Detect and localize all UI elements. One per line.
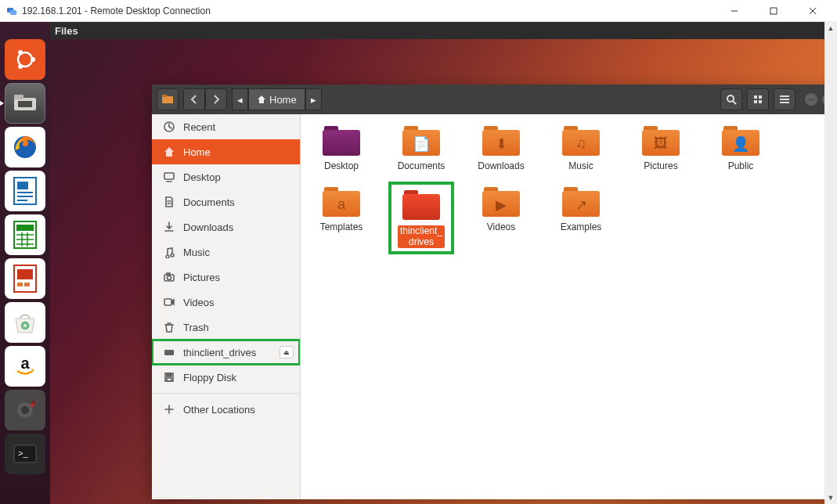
- grid-item-documents[interactable]: 📄Documents: [391, 124, 451, 172]
- grid-item-label: Public: [728, 161, 754, 172]
- grid-item-videos[interactable]: ▶Videos: [471, 185, 531, 252]
- svg-rect-61: [164, 299, 171, 305]
- app-menu-label[interactable]: Files: [55, 25, 78, 37]
- launcher-software[interactable]: [5, 302, 45, 343]
- sidebar-item-downloads[interactable]: Downloads: [152, 214, 300, 239]
- sidebar-item-label: Home: [183, 146, 211, 158]
- sidebar-separator: [152, 393, 300, 394]
- home-icon: [163, 146, 175, 158]
- window-minimize-button[interactable]: —: [805, 93, 817, 106]
- files-window: ◂ Home ▸ — □ ✕ RecentHomeDe: [152, 85, 824, 499]
- nav-forward-button[interactable]: [205, 88, 227, 110]
- grid-item-downloads[interactable]: ⬇Downloads: [471, 124, 531, 172]
- svg-rect-27: [17, 269, 33, 279]
- grid-item-label: Desktop: [324, 161, 359, 172]
- folder-icon: ↗: [560, 185, 602, 219]
- launcher-files[interactable]: [5, 83, 45, 124]
- svg-rect-53: [164, 173, 174, 179]
- svg-point-65: [171, 353, 173, 355]
- grid-item-label: Pictures: [644, 161, 677, 172]
- svg-rect-45: [754, 95, 757, 99]
- folder-icon: [320, 124, 363, 158]
- path-next-button[interactable]: ▸: [305, 88, 322, 110]
- sidebar-item-label: Downloads: [183, 221, 233, 233]
- rdp-maximize-button[interactable]: [762, 3, 785, 19]
- grid-item-templates[interactable]: aTemplates: [312, 185, 371, 252]
- svg-point-37: [21, 406, 29, 414]
- grid-item-pictures[interactable]: 🖼Pictures: [631, 124, 691, 172]
- launcher-writer[interactable]: [5, 171, 45, 211]
- doc-icon: [163, 196, 175, 208]
- svg-rect-12: [18, 101, 32, 107]
- rdp-title-text: 192.168.1.201 - Remote Desktop Connectio…: [22, 5, 211, 16]
- svg-rect-42: [162, 95, 167, 97]
- grid-item-public[interactable]: 👤Public: [711, 124, 770, 172]
- launcher-settings[interactable]: [5, 390, 45, 430]
- filemanager-icon[interactable]: [157, 88, 179, 110]
- folder-icon: [400, 188, 442, 222]
- launcher-impress[interactable]: [5, 258, 45, 299]
- launcher-ubuntu-dash[interactable]: [5, 39, 45, 80]
- folder-icon: a: [320, 185, 363, 219]
- grid-item-music[interactable]: ♫Music: [551, 124, 611, 172]
- sidebar-item-recent[interactable]: Recent: [152, 114, 300, 139]
- svg-point-43: [727, 95, 734, 102]
- folder-icon: 🖼: [640, 124, 682, 158]
- svg-text:>_: >_: [18, 448, 28, 458]
- launcher-firefox[interactable]: [5, 127, 45, 167]
- ubuntu-desktop[interactable]: Files ◂ Home ▸: [50, 22, 824, 504]
- plus-icon: [163, 403, 175, 416]
- folder-icon: 📄: [400, 124, 442, 158]
- sidebar-item-label: Music: [183, 247, 210, 258]
- folder-icon: ▶: [480, 185, 522, 219]
- window-controls: — □ ✕: [805, 93, 824, 106]
- sidebar-item-label: Other Locations: [183, 404, 255, 416]
- scroll-track[interactable]: [824, 34, 837, 491]
- eject-button[interactable]: ⏏: [280, 346, 294, 358]
- view-grid-button[interactable]: [747, 88, 769, 110]
- folder-icon: ♫: [560, 124, 602, 158]
- scroll-up-button[interactable]: ▲: [824, 22, 837, 34]
- sidebar-item-label: Documents: [183, 196, 235, 208]
- window-maximize-button[interactable]: □: [822, 93, 824, 106]
- host-scrollbar[interactable]: ▲ ▼: [824, 22, 837, 504]
- svg-rect-38: [31, 400, 35, 404]
- camera-icon: [163, 271, 175, 283]
- sidebar-item-other-locations[interactable]: Other Locations: [152, 397, 300, 422]
- rdp-titlebar: 192.168.1.201 - Remote Desktop Connectio…: [0, 0, 837, 22]
- grid-item-desktop[interactable]: Desktop: [312, 124, 371, 172]
- grid-item-label: Music: [568, 161, 593, 172]
- path-home-button[interactable]: Home: [248, 88, 305, 110]
- sidebar-item-trash[interactable]: Trash: [152, 315, 300, 340]
- sidebar-item-home[interactable]: Home: [152, 139, 300, 164]
- nav-group: [183, 88, 227, 110]
- launcher-calc[interactable]: [5, 214, 45, 255]
- sidebar-item-desktop[interactable]: Desktop: [152, 164, 300, 189]
- search-button[interactable]: [720, 88, 742, 110]
- svg-rect-1: [10, 10, 16, 15]
- hamburger-menu-button[interactable]: [774, 88, 796, 110]
- grid-item-thinclient-drives[interactable]: thinclient_drives: [391, 185, 451, 252]
- content-grid[interactable]: Desktop📄Documents⬇Downloads♫Music🖼Pictur…: [301, 114, 824, 499]
- sidebar-item-pictures[interactable]: Pictures: [152, 265, 300, 290]
- path-prev-button[interactable]: ◂: [232, 88, 248, 110]
- nav-back-button[interactable]: [183, 88, 205, 110]
- launcher-terminal[interactable]: >_: [5, 434, 45, 474]
- sidebar-item-documents[interactable]: Documents: [152, 189, 300, 214]
- unity-launcher: a >_: [0, 22, 50, 504]
- rdp-close-button[interactable]: [801, 3, 824, 19]
- floppy-icon: [163, 371, 175, 383]
- scroll-down-button[interactable]: ▼: [824, 491, 837, 504]
- rdp-minimize-button[interactable]: [723, 3, 746, 19]
- svg-point-9: [18, 64, 23, 69]
- sidebar-item-thinclient-drives[interactable]: thinclient_drives⏏: [152, 340, 300, 365]
- drive-icon: [163, 346, 175, 358]
- sidebar-item-floppy-disk[interactable]: Floppy Disk: [152, 365, 300, 390]
- sidebar-item-videos[interactable]: Videos: [152, 290, 300, 315]
- launcher-amazon[interactable]: a: [5, 346, 45, 387]
- grid-item-label: Templates: [320, 222, 363, 233]
- grid-item-examples[interactable]: ↗Examples: [551, 185, 611, 252]
- sidebar-item-music[interactable]: Music: [152, 239, 300, 265]
- svg-rect-28: [17, 283, 23, 286]
- svg-rect-46: [759, 95, 762, 99]
